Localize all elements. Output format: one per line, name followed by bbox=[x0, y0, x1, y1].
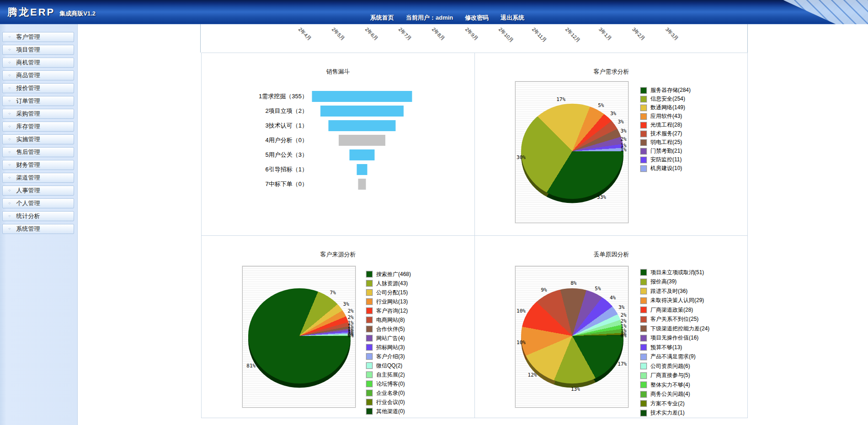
sidebar-item-库存管理[interactable]: ⁘库存管理 bbox=[2, 122, 74, 132]
pie-3d bbox=[521, 104, 623, 199]
legend-item: 服务器存储(284) bbox=[640, 86, 691, 95]
pie-percent-label: 3% bbox=[620, 128, 626, 133]
keyboard-art-graphic bbox=[722, 0, 868, 24]
legend-label: 搜索推广(468) bbox=[376, 271, 411, 278]
legend-label: 其他渠道(0) bbox=[376, 408, 405, 415]
sidebar-item-label: 个人管理 bbox=[16, 199, 40, 207]
legend-label: 信息安全(254) bbox=[650, 95, 685, 103]
sidebar-item-财务管理[interactable]: ⁘财务管理 bbox=[2, 160, 74, 170]
sidebar-item-报价管理[interactable]: ⁘报价管理 bbox=[2, 83, 74, 93]
app-title: 腾龙ERP bbox=[7, 5, 55, 19]
sidebar-item-label: 订单管理 bbox=[16, 97, 40, 105]
pie-percent-label: 9% bbox=[541, 287, 547, 292]
pie-percent-label: 81% bbox=[246, 363, 256, 369]
legend-label: 整体实力不够(4) bbox=[650, 381, 690, 389]
legend-swatch bbox=[640, 148, 647, 154]
funnel-stage-bar bbox=[357, 164, 367, 175]
app-brand: 腾龙ERP 集成商版V1.2 bbox=[7, 5, 96, 19]
legend-label: 电商网站(8) bbox=[376, 316, 405, 324]
legend-label: 合作伙伴(5) bbox=[376, 325, 405, 333]
axis-tick-label: 3年3月 bbox=[664, 26, 680, 42]
legend-swatch bbox=[640, 344, 647, 351]
legend-swatch bbox=[640, 325, 647, 332]
legend-label: 项目无操作价值(16) bbox=[650, 334, 698, 342]
legend-swatch bbox=[640, 105, 647, 111]
legend-item: 数通网络(149) bbox=[640, 103, 691, 112]
sidebar-item-项目管理[interactable]: ⁘项目管理 bbox=[2, 45, 74, 55]
axis-tick-label: 2年5月 bbox=[330, 26, 346, 42]
funnel-stage-row: 2项目立项（2） bbox=[202, 106, 474, 117]
sidebar-item-售后管理[interactable]: ⁘售后管理 bbox=[2, 147, 74, 157]
legend-item: 方案不专业(2) bbox=[640, 399, 709, 409]
legend-label: 门禁考勤(21) bbox=[650, 147, 682, 155]
charts-grid: 销售漏斗 1需求挖掘（355）2项目立项（2）3技术认可（1）4用户分析（0）5… bbox=[201, 53, 748, 418]
sidebar-item-label: 商品管理 bbox=[16, 71, 40, 80]
sidebar-item-人事管理[interactable]: ⁘人事管理 bbox=[2, 186, 74, 196]
legend-item: 机房建设(10) bbox=[640, 164, 691, 173]
legend-swatch bbox=[640, 410, 647, 416]
legend-item: 技术实力差(1) bbox=[640, 409, 709, 418]
funnel-stage-label: 6引导招标（1） bbox=[202, 164, 308, 175]
legend-item: 整体实力不够(4) bbox=[640, 380, 709, 390]
pie-3d bbox=[521, 288, 623, 383]
legend-label: 方案不专业(2) bbox=[650, 400, 685, 408]
sidebar-item-商品管理[interactable]: ⁘商品管理 bbox=[2, 70, 74, 80]
sidebar-item-统计分析[interactable]: ⁘统计分析 bbox=[2, 211, 74, 221]
legend-label: 行业网站(13) bbox=[376, 298, 408, 306]
legend-label: 应用软件(43) bbox=[650, 112, 682, 120]
legend-swatch bbox=[640, 122, 647, 128]
legend-item: 厂商渠道政策(28) bbox=[640, 305, 709, 315]
legend-item: 弱电工程(25) bbox=[640, 138, 691, 147]
top-header: 腾龙ERP 集成商版V1.2 系统首页当前用户：admin修改密码退出系统 bbox=[0, 0, 868, 24]
menu-grip-icon: ⁘ bbox=[8, 125, 11, 129]
pie-percent-label: 0% bbox=[347, 332, 353, 338]
legend-swatch bbox=[640, 335, 647, 341]
legend-label: 企业名录(0) bbox=[376, 389, 405, 397]
axis-line-left bbox=[200, 24, 201, 53]
legend-item: 微信QQ(2) bbox=[366, 361, 411, 370]
legend-swatch bbox=[640, 391, 647, 398]
legend-swatch bbox=[640, 279, 647, 285]
panel-customer-source: 客户来源分析 81%7%3%2%2%1%1%1%1%1%0%0% 搜索推广(46… bbox=[202, 236, 474, 418]
legend-label: 论坛博客(0) bbox=[376, 380, 405, 388]
legend-item: 商务公关问题(4) bbox=[640, 390, 709, 399]
pie-percent-label: 30% bbox=[517, 154, 526, 160]
legend-label: 厂商直接参与(5) bbox=[650, 372, 690, 379]
pie-percent-label: 0% bbox=[620, 332, 626, 338]
sidebar-item-label: 财务管理 bbox=[16, 161, 40, 169]
top-nav-link-3[interactable]: 退出系统 bbox=[501, 14, 524, 22]
top-nav-link-0[interactable]: 系统首页 bbox=[370, 14, 394, 22]
sidebar-item-渠道管理[interactable]: ⁘渠道管理 bbox=[2, 173, 74, 183]
top-nav-link-1[interactable]: 当前用户：admin bbox=[406, 14, 453, 22]
legend-item: 信息安全(254) bbox=[640, 95, 691, 103]
legend-swatch bbox=[366, 280, 373, 287]
top-nav-link-2[interactable]: 修改密码 bbox=[465, 14, 489, 22]
legend-label: 下级渠道把控能力差(24) bbox=[650, 325, 709, 333]
sidebar-item-客户管理[interactable]: ⁘客户管理 bbox=[2, 32, 74, 42]
sidebar-item-订单管理[interactable]: ⁘订单管理 bbox=[2, 96, 74, 106]
sidebar-item-商机管理[interactable]: ⁘商机管理 bbox=[2, 58, 74, 68]
sidebar-item-label: 商机管理 bbox=[16, 58, 40, 67]
legend-swatch bbox=[366, 298, 373, 305]
sidebar-item-实施管理[interactable]: ⁘实施管理 bbox=[2, 134, 74, 144]
legend-item: 招标网站(3) bbox=[366, 343, 411, 352]
sidebar-item-系统管理[interactable]: ⁘系统管理 bbox=[2, 224, 74, 234]
axis-tick-label: 2年11月 bbox=[530, 26, 548, 44]
legend-swatch bbox=[640, 157, 647, 163]
pie-percent-label: 2% bbox=[620, 312, 626, 318]
sidebar-item-label: 报价管理 bbox=[16, 84, 40, 92]
legend-item: 技术服务(27) bbox=[640, 129, 691, 138]
menu-grip-icon: ⁘ bbox=[8, 150, 11, 154]
app-subtitle: 集成商版V1.2 bbox=[59, 10, 96, 18]
sidebar-menu: ⁘客户管理⁘项目管理⁘商机管理⁘商品管理⁘报价管理⁘订单管理⁘采购管理⁘库存管理… bbox=[0, 24, 78, 425]
pie-surface bbox=[248, 288, 351, 383]
legend-swatch bbox=[366, 308, 373, 314]
legend-item: 下级渠道把控能力差(24) bbox=[640, 324, 709, 334]
legend-label: 自主拓展(2) bbox=[376, 371, 405, 379]
sidebar-item-个人管理[interactable]: ⁘个人管理 bbox=[2, 198, 74, 208]
legend-item: 公司资质问题(6) bbox=[640, 361, 709, 371]
sidebar-item-采购管理[interactable]: ⁘采购管理 bbox=[2, 109, 74, 119]
funnel-stage-bar bbox=[329, 120, 396, 131]
axis-tick-label: 3年1月 bbox=[597, 26, 613, 42]
legend-swatch bbox=[366, 289, 373, 296]
